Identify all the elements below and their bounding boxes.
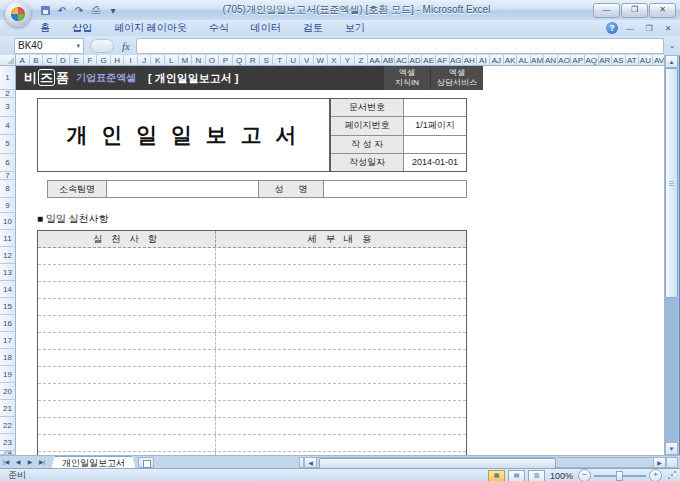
row-header[interactable]: 16 [0,315,16,332]
column-header[interactable]: AA [368,55,382,66]
table-row[interactable] [38,350,466,367]
practice-item-cell[interactable] [38,384,216,400]
detail-cell[interactable] [216,282,466,298]
column-header[interactable]: L [165,55,179,66]
column-header[interactable]: AO [558,55,572,66]
ribbon-tab[interactable]: 검토 [293,20,333,36]
row-header[interactable]: 13 [0,264,16,281]
practice-item-cell[interactable] [38,401,216,417]
column-header[interactable]: AF [436,55,450,66]
scroll-up-button[interactable]: ▲ [665,55,678,68]
table-row[interactable] [38,248,466,265]
column-header[interactable]: D [57,55,71,66]
detail-cell[interactable] [216,316,466,332]
table-row[interactable] [38,418,466,435]
detail-cell[interactable] [216,418,466,434]
ribbon-tab[interactable]: 페이지 레이아웃 [104,20,197,36]
person-name-value-cell[interactable] [324,181,466,197]
row-header[interactable]: 18 [0,349,16,366]
redo-button[interactable]: ↷ [72,3,86,17]
formula-input[interactable] [136,38,664,54]
prev-sheet-button[interactable]: ◀ [12,457,24,468]
row-header[interactable]: 11 [0,230,16,247]
table-row[interactable] [38,435,466,452]
column-header[interactable]: AQ [585,55,599,66]
column-header[interactable]: Y [341,55,355,66]
column-header[interactable]: AV [653,55,664,66]
close-button[interactable]: ✕ [649,3,676,18]
table-row[interactable] [38,384,466,401]
practice-item-cell[interactable] [38,265,216,281]
page-break-view-button[interactable]: ▥ [528,470,545,481]
practice-item-cell[interactable] [38,367,216,383]
first-sheet-button[interactable]: |◀ [0,457,12,468]
zoom-slider-handle[interactable] [616,471,623,481]
last-sheet-button[interactable]: ▶| [36,457,48,468]
excel-counsel-button[interactable]: 엑셀상담서비스 [431,66,483,90]
detail-cell[interactable] [216,299,466,315]
name-box[interactable]: BK40 ▾ [14,38,84,54]
column-header[interactable]: Q [233,55,247,66]
workbook-minimize-button[interactable]: — [623,24,637,33]
practice-item-cell[interactable] [38,333,216,349]
zoom-level[interactable]: 100% [550,471,573,481]
workbook-restore-button[interactable]: ❐ [642,24,656,33]
excel-jisikin-button[interactable]: 엑셀지식IN [384,66,430,90]
practice-item-cell[interactable] [38,316,216,332]
vertical-scrollbar[interactable]: ▲ ▼ [664,55,678,455]
info-value-cell[interactable]: 2014-01-01 [404,154,466,171]
column-header[interactable]: X [328,55,342,66]
column-header[interactable]: K [151,55,165,66]
column-header[interactable]: W [314,55,328,66]
row-header[interactable]: 4 [0,117,16,136]
column-header[interactable]: C [43,55,57,66]
column-header[interactable]: H [111,55,125,66]
column-header[interactable]: AB [382,55,396,66]
detail-cell[interactable] [216,435,466,451]
row-header[interactable]: 5 [0,135,16,154]
workbook-close-button[interactable]: ✕ [661,24,675,33]
office-button[interactable] [5,1,31,27]
detail-cell[interactable] [216,265,466,281]
info-value-cell[interactable] [404,136,466,153]
minimize-button[interactable]: — [593,3,620,18]
column-header[interactable]: AN [544,55,558,66]
zoom-out-button[interactable]: − [578,469,591,481]
row-header[interactable]: 21 [0,400,16,417]
column-header[interactable]: AG [450,55,464,66]
practice-item-cell[interactable] [38,299,216,315]
ribbon-tab[interactable]: 수식 [199,20,239,36]
row-header[interactable]: 7 [0,172,16,180]
column-header[interactable]: F [84,55,98,66]
page-layout-view-button[interactable]: ▤ [508,470,525,481]
table-row[interactable] [38,367,466,384]
column-header[interactable]: O [206,55,220,66]
row-header[interactable]: 23 [0,434,16,451]
column-header[interactable]: T [273,55,287,66]
undo-button[interactable]: ↶ [55,3,69,17]
maximize-button[interactable]: ❐ [621,3,648,18]
row-header[interactable]: 8 [0,180,16,198]
practice-item-cell[interactable] [38,435,216,451]
column-header[interactable]: N [192,55,206,66]
formula-bar-expand-button[interactable]: ⌄ [664,38,680,54]
column-header[interactable]: AT [626,55,640,66]
ribbon-tab[interactable]: 보기 [335,20,375,36]
select-all-corner[interactable] [0,55,16,66]
column-header[interactable]: AD [409,55,423,66]
column-header[interactable]: AC [395,55,409,66]
table-row[interactable] [38,401,466,418]
row-header[interactable]: 19 [0,366,16,383]
row-header[interactable]: 2 [0,90,16,98]
column-header[interactable]: J [138,55,152,66]
column-header[interactable]: U [287,55,301,66]
column-header[interactable]: I [124,55,138,66]
table-row[interactable] [38,282,466,299]
zoom-slider[interactable] [594,475,646,477]
table-row[interactable] [38,265,466,282]
print-button[interactable]: ⎙ [89,3,103,17]
help-icon[interactable]: ? [606,22,618,34]
detail-cell[interactable] [216,384,466,400]
row-header[interactable]: 10 [0,213,16,230]
column-header[interactable]: R [246,55,260,66]
